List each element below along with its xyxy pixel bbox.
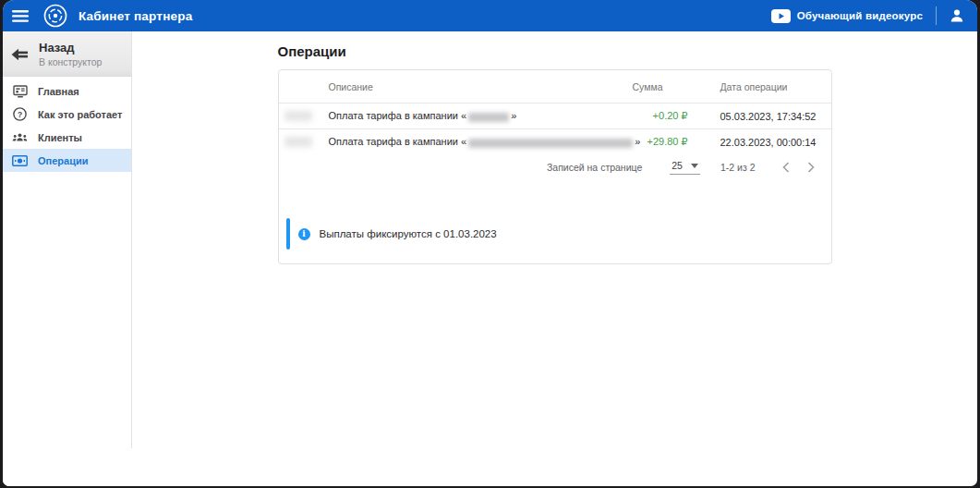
app-header: Кабинет партнера Обучающий видеокурс — [3, 0, 977, 31]
chevron-right-icon — [807, 162, 815, 173]
back-subtitle: В конструктор — [39, 56, 102, 67]
main-content: Операции Описание Сумма Дата операции Оп… — [132, 31, 977, 486]
chevron-left-icon — [782, 162, 790, 173]
previous-page-button[interactable] — [775, 156, 797, 178]
appbar-left: Кабинет партнера — [10, 4, 192, 28]
sidebar-item-label: Как это работает — [38, 109, 122, 120]
sidebar-item-clients[interactable]: Клиенты — [3, 126, 132, 149]
back-button[interactable]: Назад В конструктор — [3, 31, 132, 77]
clients-group-icon — [12, 132, 28, 143]
person-icon — [950, 8, 964, 23]
pagination-bar: Записей на странице 25 1-2 из 2 — [279, 154, 831, 180]
sidebar-item-label: Операции — [38, 155, 88, 166]
video-course-link[interactable]: Обучающий видеокурс — [771, 9, 923, 23]
back-arrow-icon — [11, 48, 29, 61]
chevron-down-icon — [691, 164, 698, 168]
operation-amount: +0.20 ₽ — [633, 110, 688, 122]
rows-per-page-label: Записей на странице — [547, 162, 642, 173]
pagination-range-label: 1-2 из 2 — [720, 162, 756, 173]
note-accent-bar — [286, 218, 290, 250]
rows-per-page-select[interactable]: 25 — [670, 160, 700, 175]
app-logo-icon — [43, 4, 67, 28]
banknote-icon — [12, 155, 28, 166]
body-row: Назад В конструктор — [3, 31, 977, 486]
info-icon: i — [298, 228, 310, 240]
back-texts: Назад В конструктор — [39, 41, 102, 67]
sidebar-item-operations[interactable]: Операции — [3, 149, 132, 172]
sidebar-item-label: Клиенты — [38, 132, 82, 143]
hamburger-icon — [12, 10, 29, 22]
column-header-amount: Сумма — [633, 81, 688, 92]
menu-button[interactable] — [10, 8, 30, 24]
operation-amount: +29.80 ₽ — [633, 136, 688, 148]
operation-date: 05.03.2023, 17:34:52 — [688, 111, 831, 122]
page-background: { "header": { "title": "Кабинет партнера… — [0, 0, 980, 488]
table-row[interactable]: Оплата тарифа в кампании «» +29.80 ₽ 22.… — [279, 128, 831, 154]
note-text: Выплаты фиксируются с 01.03.2023 — [320, 228, 497, 239]
app-window: Кабинет партнера Обучающий видеокурс — [3, 0, 977, 486]
home-screen-icon — [12, 85, 28, 98]
back-title: Назад — [39, 41, 102, 55]
help-circle-icon: ? — [12, 107, 28, 121]
next-page-button[interactable] — [800, 156, 822, 178]
table-row[interactable]: Оплата тарифа в кампании «» +0.20 ₽ 05.0… — [279, 103, 831, 128]
sidebar-item-home[interactable]: Главная — [3, 79, 132, 103]
row-redacted-ghost — [279, 134, 329, 151]
video-course-label: Обучающий видеокурс — [797, 10, 923, 21]
sidebar-item-how-it-works[interactable]: ? Как это работает — [3, 103, 132, 126]
payments-info-note: i Выплаты фиксируются с 01.03.2023 — [286, 218, 813, 250]
column-header-date: Дата операции — [688, 81, 831, 92]
column-header-description: Описание — [329, 81, 633, 92]
sidebar-item-label: Главная — [38, 86, 79, 97]
svg-text:?: ? — [18, 110, 22, 119]
operation-date: 22.03.2023, 00:00:14 — [688, 137, 831, 148]
redacted-campaign-name — [468, 113, 509, 122]
sidebar-menu: Главная ? Как это работает — [3, 77, 132, 172]
youtube-icon — [771, 9, 791, 23]
header-divider — [936, 6, 937, 25]
row-redacted-ghost — [279, 108, 329, 125]
operation-description: Оплата тарифа в кампании «» — [329, 136, 633, 147]
sidebar: Назад В конструктор — [3, 31, 132, 486]
operations-card: Описание Сумма Дата операции Оплата тари… — [278, 69, 832, 264]
operation-description: Оплата тарифа в кампании «» — [329, 110, 633, 121]
page-title: Операции — [278, 43, 832, 59]
table-header-row: Описание Сумма Дата операции — [279, 70, 831, 103]
app-title: Кабинет партнера — [79, 9, 192, 23]
rows-per-page-value: 25 — [671, 160, 683, 171]
profile-button[interactable] — [948, 6, 966, 25]
redacted-campaign-name — [468, 139, 633, 148]
